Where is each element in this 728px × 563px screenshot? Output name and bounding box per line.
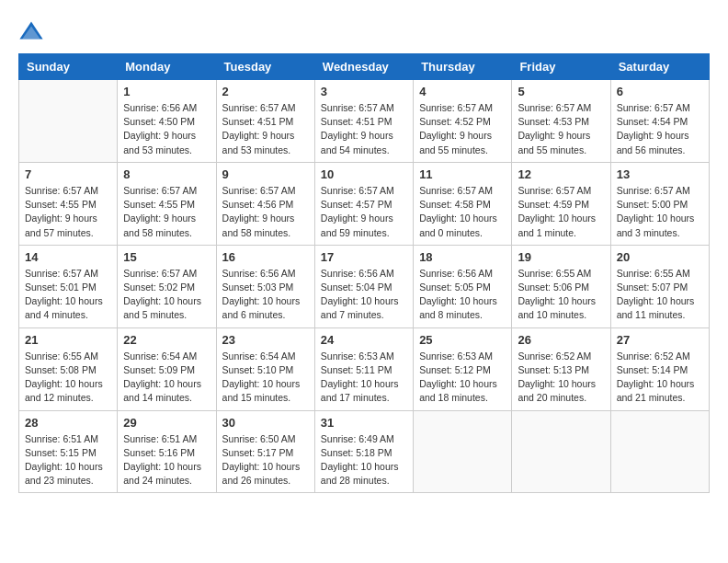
logo [18, 18, 48, 44]
cell-info: Sunrise: 6:56 AMSunset: 4:50 PMDaylight:… [123, 101, 210, 157]
calendar-cell: 11Sunrise: 6:57 AMSunset: 4:58 PMDayligh… [414, 162, 512, 245]
calendar-cell: 2Sunrise: 6:57 AMSunset: 4:51 PMDaylight… [216, 80, 314, 163]
cell-info: Sunrise: 6:51 AMSunset: 5:15 PMDaylight:… [25, 432, 111, 488]
day-number: 9 [222, 167, 309, 181]
cell-info: Sunrise: 6:57 AMSunset: 4:57 PMDaylight:… [321, 184, 407, 240]
cell-info: Sunrise: 6:50 AMSunset: 5:17 PMDaylight:… [222, 432, 309, 488]
cell-info: Sunrise: 6:55 AMSunset: 5:06 PMDaylight:… [518, 267, 604, 323]
calendar-cell [19, 80, 118, 163]
cell-info: Sunrise: 6:52 AMSunset: 5:13 PMDaylight:… [518, 350, 604, 406]
calendar-cell: 18Sunrise: 6:56 AMSunset: 5:05 PMDayligh… [414, 245, 512, 327]
cell-info: Sunrise: 6:57 AMSunset: 5:01 PMDaylight:… [25, 267, 111, 323]
calendar-cell: 28Sunrise: 6:51 AMSunset: 5:15 PMDayligh… [19, 410, 118, 493]
calendar-cell: 10Sunrise: 6:57 AMSunset: 4:57 PMDayligh… [314, 162, 413, 245]
cell-info: Sunrise: 6:53 AMSunset: 5:12 PMDaylight:… [419, 350, 506, 406]
calendar: SundayMondayTuesdayWednesdayThursdayFrid… [18, 53, 710, 493]
cell-info: Sunrise: 6:57 AMSunset: 4:55 PMDaylight:… [123, 184, 210, 240]
cell-info: Sunrise: 6:57 AMSunset: 4:51 PMDaylight:… [321, 101, 407, 157]
day-number: 4 [419, 85, 506, 98]
day-number: 27 [617, 333, 703, 347]
calendar-cell: 7Sunrise: 6:57 AMSunset: 4:55 PMDaylight… [19, 162, 118, 245]
calendar-week-row: 28Sunrise: 6:51 AMSunset: 5:15 PMDayligh… [19, 410, 710, 493]
cell-info: Sunrise: 6:57 AMSunset: 4:54 PMDaylight:… [617, 101, 703, 157]
day-number: 26 [518, 333, 604, 347]
calendar-cell: 30Sunrise: 6:50 AMSunset: 5:17 PMDayligh… [216, 410, 314, 493]
cell-info: Sunrise: 6:57 AMSunset: 4:52 PMDaylight:… [419, 101, 506, 157]
calendar-cell: 29Sunrise: 6:51 AMSunset: 5:16 PMDayligh… [118, 410, 216, 493]
day-number: 8 [123, 167, 210, 181]
day-number: 10 [321, 167, 407, 181]
calendar-cell: 22Sunrise: 6:54 AMSunset: 5:09 PMDayligh… [118, 327, 216, 410]
day-number: 12 [518, 167, 604, 181]
day-number: 25 [419, 333, 506, 347]
calendar-cell: 4Sunrise: 6:57 AMSunset: 4:52 PMDaylight… [414, 80, 512, 163]
day-number: 29 [123, 416, 210, 430]
calendar-cell [610, 410, 709, 493]
cell-info: Sunrise: 6:55 AMSunset: 5:07 PMDaylight:… [617, 267, 703, 323]
day-number: 24 [321, 333, 407, 347]
day-number: 13 [617, 167, 703, 181]
cell-info: Sunrise: 6:54 AMSunset: 5:09 PMDaylight:… [123, 350, 210, 406]
calendar-cell: 19Sunrise: 6:55 AMSunset: 5:06 PMDayligh… [512, 245, 610, 327]
day-number: 7 [25, 167, 111, 181]
calendar-cell: 23Sunrise: 6:54 AMSunset: 5:10 PMDayligh… [216, 327, 314, 410]
calendar-cell: 14Sunrise: 6:57 AMSunset: 5:01 PMDayligh… [19, 245, 118, 327]
cell-info: Sunrise: 6:56 AMSunset: 5:03 PMDaylight:… [222, 267, 309, 323]
day-number: 11 [419, 167, 506, 181]
day-number: 16 [222, 250, 309, 264]
weekday-header: Thursday [414, 54, 512, 80]
calendar-cell [512, 410, 610, 493]
calendar-cell: 8Sunrise: 6:57 AMSunset: 4:55 PMDaylight… [118, 162, 216, 245]
calendar-cell: 5Sunrise: 6:57 AMSunset: 4:53 PMDaylight… [512, 80, 610, 163]
calendar-week-row: 14Sunrise: 6:57 AMSunset: 5:01 PMDayligh… [19, 245, 710, 327]
cell-info: Sunrise: 6:57 AMSunset: 4:55 PMDaylight:… [25, 184, 111, 240]
calendar-cell: 13Sunrise: 6:57 AMSunset: 5:00 PMDayligh… [610, 162, 709, 245]
weekday-header: Saturday [610, 54, 709, 80]
day-number: 15 [123, 250, 210, 264]
calendar-cell: 27Sunrise: 6:52 AMSunset: 5:14 PMDayligh… [610, 327, 709, 410]
cell-info: Sunrise: 6:53 AMSunset: 5:11 PMDaylight:… [321, 350, 407, 406]
calendar-cell: 25Sunrise: 6:53 AMSunset: 5:12 PMDayligh… [414, 327, 512, 410]
calendar-cell: 20Sunrise: 6:55 AMSunset: 5:07 PMDayligh… [610, 245, 709, 327]
page-header [18, 18, 710, 44]
calendar-cell: 1Sunrise: 6:56 AMSunset: 4:50 PMDaylight… [118, 80, 216, 163]
calendar-week-row: 1Sunrise: 6:56 AMSunset: 4:50 PMDaylight… [19, 80, 710, 163]
calendar-cell: 15Sunrise: 6:57 AMSunset: 5:02 PMDayligh… [118, 245, 216, 327]
calendar-cell: 21Sunrise: 6:55 AMSunset: 5:08 PMDayligh… [19, 327, 118, 410]
cell-info: Sunrise: 6:56 AMSunset: 5:05 PMDaylight:… [419, 267, 506, 323]
day-number: 14 [25, 250, 111, 264]
cell-info: Sunrise: 6:57 AMSunset: 4:58 PMDaylight:… [419, 184, 506, 240]
calendar-header-row: SundayMondayTuesdayWednesdayThursdayFrid… [19, 54, 710, 80]
cell-info: Sunrise: 6:51 AMSunset: 5:16 PMDaylight:… [123, 432, 210, 488]
weekday-header: Wednesday [314, 54, 413, 80]
weekday-header: Monday [118, 54, 216, 80]
day-number: 17 [321, 250, 407, 264]
calendar-cell: 6Sunrise: 6:57 AMSunset: 4:54 PMDaylight… [610, 80, 709, 163]
cell-info: Sunrise: 6:57 AMSunset: 4:51 PMDaylight:… [222, 101, 309, 157]
calendar-cell [414, 410, 512, 493]
calendar-cell: 16Sunrise: 6:56 AMSunset: 5:03 PMDayligh… [216, 245, 314, 327]
cell-info: Sunrise: 6:57 AMSunset: 4:53 PMDaylight:… [518, 101, 604, 157]
weekday-header: Tuesday [216, 54, 314, 80]
cell-info: Sunrise: 6:57 AMSunset: 5:02 PMDaylight:… [123, 267, 210, 323]
calendar-cell: 17Sunrise: 6:56 AMSunset: 5:04 PMDayligh… [314, 245, 413, 327]
day-number: 30 [222, 416, 309, 430]
cell-info: Sunrise: 6:55 AMSunset: 5:08 PMDaylight:… [25, 350, 111, 406]
cell-info: Sunrise: 6:56 AMSunset: 5:04 PMDaylight:… [321, 267, 407, 323]
day-number: 2 [222, 85, 309, 98]
day-number: 1 [123, 85, 210, 98]
day-number: 23 [222, 333, 309, 347]
day-number: 19 [518, 250, 604, 264]
calendar-cell: 12Sunrise: 6:57 AMSunset: 4:59 PMDayligh… [512, 162, 610, 245]
day-number: 28 [25, 416, 111, 430]
cell-info: Sunrise: 6:57 AMSunset: 5:00 PMDaylight:… [617, 184, 703, 240]
cell-info: Sunrise: 6:49 AMSunset: 5:18 PMDaylight:… [321, 432, 407, 488]
cell-info: Sunrise: 6:57 AMSunset: 4:59 PMDaylight:… [518, 184, 604, 240]
logo-icon [18, 18, 44, 44]
day-number: 20 [617, 250, 703, 264]
cell-info: Sunrise: 6:57 AMSunset: 4:56 PMDaylight:… [222, 184, 309, 240]
calendar-week-row: 21Sunrise: 6:55 AMSunset: 5:08 PMDayligh… [19, 327, 710, 410]
day-number: 21 [25, 333, 111, 347]
day-number: 3 [321, 85, 407, 98]
calendar-cell: 9Sunrise: 6:57 AMSunset: 4:56 PMDaylight… [216, 162, 314, 245]
